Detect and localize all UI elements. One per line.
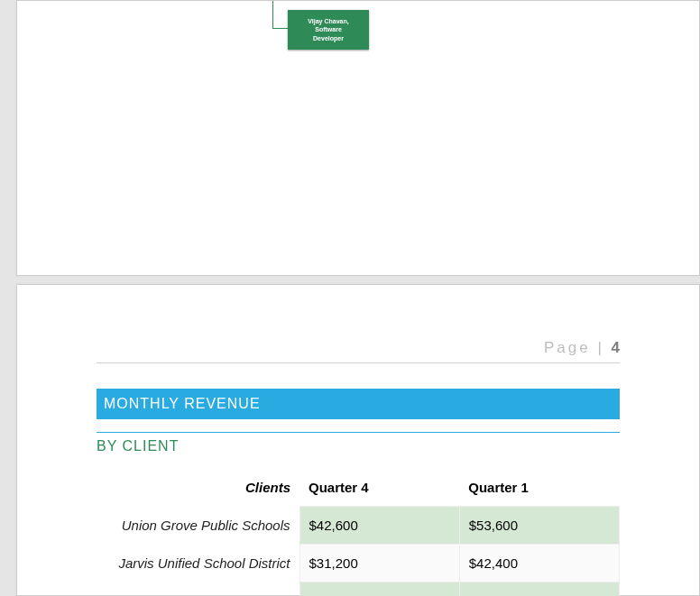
quarter4-cell: $16,000: [299, 582, 459, 597]
client-name-cell: Jarvis Unified School District: [97, 545, 299, 582]
quarter1-cell: $53,600: [459, 507, 619, 545]
page-number-indicator: Page | 4: [97, 339, 620, 362]
column-header-quarter4: Quarter 4: [299, 469, 459, 507]
section-heading-text: MONTHLY REVENUE: [104, 396, 261, 411]
document-page-lower: Page | 4 MONTHLY REVENUE BY CLIENT Clien…: [16, 284, 700, 596]
table-header-row: Clients Quarter 4 Quarter 1: [97, 469, 620, 507]
org-employee-name: Vijay Chavan,: [308, 17, 348, 25]
page-content: Page | 4 MONTHLY REVENUE BY CLIENT Clien…: [97, 339, 620, 596]
table-row: Union Grove Public Schools$42,600$53,600: [97, 507, 620, 545]
org-employee-role-1: Software: [308, 25, 348, 33]
column-header-clients: Clients: [97, 469, 299, 507]
client-name-cell: Union Grove Public Schools: [97, 507, 299, 545]
org-connector-vertical: [272, 1, 273, 28]
quarter4-cell: $31,200: [299, 545, 459, 582]
org-chart-node: Vijay Chavan, Software Developer: [288, 10, 369, 50]
page-number: 4: [612, 339, 620, 356]
org-connector-horizontal: [272, 28, 288, 29]
quarter1-cell: $19,000: [459, 582, 619, 597]
divider-under-page-number: [97, 362, 620, 363]
org-employee-role-2: Developer: [308, 34, 348, 42]
client-name-cell: Mellon Foundation: [97, 582, 299, 597]
subsection-heading-text: BY CLIENT: [97, 438, 179, 454]
column-header-quarter1: Quarter 1: [459, 469, 619, 507]
subsection-heading: BY CLIENT: [97, 432, 620, 460]
table-row: Jarvis Unified School District$31,200$42…: [97, 545, 620, 582]
section-heading: MONTHLY REVENUE: [97, 389, 620, 419]
table-row: Mellon Foundation$16,000$19,000: [97, 582, 620, 597]
quarter1-cell: $42,400: [459, 545, 619, 582]
document-page-upper: Vijay Chavan, Software Developer: [16, 0, 700, 276]
page-label: Page |: [544, 339, 612, 356]
revenue-table: Clients Quarter 4 Quarter 1 Union Grove …: [97, 469, 620, 596]
quarter4-cell: $42,600: [299, 507, 459, 545]
